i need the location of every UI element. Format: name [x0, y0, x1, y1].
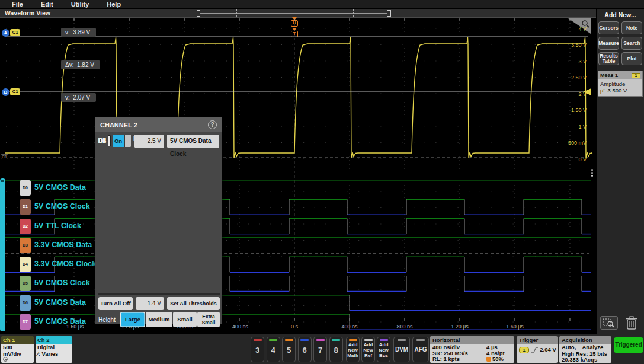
- add-new-button[interactable]: Results Table: [598, 52, 619, 65]
- dialog-header[interactable]: CHANNEL 2 ?: [95, 117, 222, 132]
- set-all-thresholds-button[interactable]: Set All Thresholds: [167, 297, 220, 310]
- digital-bit-badge[interactable]: D6: [20, 295, 31, 311]
- bit-color-chip: [108, 135, 111, 146]
- acquisition-body: Auto, Analyze High Res: 15 bits 20.383 k…: [559, 344, 611, 363]
- trash-button[interactable]: [625, 315, 638, 333]
- help-icon[interactable]: ?: [208, 120, 217, 129]
- acquisition-panel[interactable]: Acquisition Auto, Analyze High Res: 15 b…: [559, 336, 611, 363]
- voltage-tick-label: 0 V: [551, 157, 587, 162]
- dvm-button[interactable]: DVM: [393, 337, 410, 362]
- channel-number: 5: [283, 346, 295, 355]
- minimap-right-bracket[interactable]: [387, 10, 391, 17]
- afg-button[interactable]: AFG: [412, 337, 429, 362]
- add-button[interactable]: Add New Math: [346, 337, 360, 362]
- digital-channel-label: 5V TTL Clock: [34, 222, 81, 230]
- add-new-button[interactable]: Search: [621, 37, 642, 50]
- menu-help[interactable]: Help: [107, 1, 121, 8]
- add-new-heading: Add New...: [597, 11, 644, 18]
- bit-threshold-field[interactable]: 2.5 V: [134, 135, 164, 148]
- turn-all-off-button[interactable]: Turn All Off: [98, 297, 133, 310]
- cursor-delta-readout[interactable]: Δv: 1.82 V: [61, 60, 100, 69]
- ch1-ground-marker[interactable]: C1: [1, 154, 8, 159]
- digital-bit-badge[interactable]: D2: [20, 219, 31, 234]
- digital-bit-badge[interactable]: D1: [20, 199, 31, 215]
- horizontal-panel[interactable]: Horizontal 400 ns/div 4 µs SR: 250 MS/s …: [430, 336, 514, 363]
- digital-bit-badge[interactable]: D3: [20, 238, 31, 253]
- cursor-b-readout[interactable]: v: 2.07 V: [61, 93, 96, 102]
- voltage-tick-label: 3 V: [551, 59, 587, 65]
- all-threshold-field[interactable]: 1.4 V: [136, 297, 164, 310]
- time-tick-label: 800 ns: [387, 324, 422, 330]
- channel-button[interactable]: 8: [329, 337, 343, 362]
- voltage-tick-label: 4 V: [551, 26, 587, 32]
- ch2-badge[interactable]: Ch 2 Digital ∕: Varies: [36, 336, 72, 363]
- cursor-a-source-badge[interactable]: C1: [10, 29, 20, 36]
- menu-file[interactable]: File: [12, 1, 23, 8]
- trigger-level-arrow[interactable]: [583, 88, 591, 95]
- channel-button[interactable]: 4: [267, 337, 280, 362]
- height-large-button[interactable]: Large: [120, 312, 145, 327]
- meas1-source-tag: 1: [632, 73, 640, 78]
- menu-edit[interactable]: Edit: [41, 1, 53, 8]
- acquisition-title: Acquisition: [559, 336, 611, 344]
- meas1-title: Meas 1: [600, 72, 632, 78]
- digital-bit-badge[interactable]: D0: [20, 180, 31, 196]
- bit-label-field[interactable]: 5V CMOS Data: [167, 135, 219, 148]
- channel-button[interactable]: 7: [313, 337, 327, 362]
- cursor-a-badge[interactable]: A: [2, 29, 9, 37]
- digital-bit-badge[interactable]: D7: [20, 314, 31, 330]
- channel-number: 4: [267, 346, 280, 355]
- tab-waveform-view[interactable]: Waveform View: [5, 9, 50, 17]
- digital-channel-label: 3.3V CMOS Data: [34, 241, 92, 249]
- height-small-button[interactable]: Small: [173, 312, 197, 327]
- results-bar: Add New... CursorsNoteMeasureSearchResul…: [596, 9, 644, 334]
- trigger-level: 2.04 V: [540, 346, 556, 353]
- trigger-panel[interactable]: Trigger 1 2.04 V: [517, 336, 558, 363]
- afg-color-bar: [416, 339, 425, 341]
- digital-bit-badge[interactable]: D5: [20, 276, 31, 291]
- digital-channel-label: 5V CMOS Data: [34, 298, 86, 306]
- add-button[interactable]: Add New Ref: [361, 337, 375, 362]
- ch1-coupling-icon: [3, 357, 32, 363]
- bit-on-toggle[interactable]: On: [113, 135, 124, 147]
- triggered-status: Triggered: [614, 337, 643, 353]
- digital-channel-label: 5V CMOS Data: [34, 317, 86, 325]
- add-color-bar: [364, 339, 373, 341]
- digital-bit-badge[interactable]: D4: [20, 257, 31, 272]
- ch1-badge[interactable]: Ch 1 500 mV/div 100 MHz: [1, 336, 34, 363]
- height-extra-small-button[interactable]: Extra Small: [197, 312, 220, 327]
- meas1-badge-panel[interactable]: Meas 1 1 Amplitude µ': 3.500 V: [598, 71, 643, 97]
- oscilloscope-screen: File Edit Utility Help Waveform View U T: [0, 0, 644, 364]
- channel-button[interactable]: 5: [282, 337, 296, 362]
- digital-channel-label: 5V CMOS Clock: [34, 202, 90, 210]
- bit-toggle-knob[interactable]: [124, 135, 131, 147]
- minimap-left-bracket[interactable]: [197, 10, 200, 17]
- channel-number: 6: [299, 346, 311, 355]
- ch1-body: 500 mV/div 100 MHz: [1, 344, 34, 363]
- menu-utility[interactable]: Utility: [71, 1, 89, 8]
- height-medium-button[interactable]: Medium: [146, 312, 172, 327]
- cursor-b-badge[interactable]: B: [2, 88, 9, 96]
- dvm-color-bar: [398, 339, 406, 341]
- trash-icon: [625, 315, 638, 331]
- record-view-minimap[interactable]: [197, 9, 391, 18]
- ch2-threshold: ∕: Varies: [37, 351, 71, 357]
- voltage-tick-label: 500 mV: [551, 140, 587, 146]
- add-button-label: Add New Bus: [377, 342, 390, 358]
- trigger-title: Trigger: [517, 336, 558, 344]
- channel-number: 8: [330, 346, 342, 355]
- zoom-mode-button[interactable]: [600, 316, 618, 330]
- add-new-button[interactable]: Cursors: [598, 21, 619, 34]
- channel-button[interactable]: 3: [251, 337, 264, 362]
- channel-button[interactable]: 6: [298, 337, 312, 362]
- waveform-view[interactable]: Waveform View U T 4 V3.50: [0, 9, 596, 334]
- cursor-a-readout[interactable]: v: 3.89 V: [61, 28, 96, 37]
- add-new-button[interactable]: Measure: [598, 37, 619, 50]
- add-new-button[interactable]: Plot: [621, 52, 642, 65]
- acquisition-mode: Auto, Analyze: [562, 344, 609, 351]
- add-button[interactable]: Add New Bus: [377, 337, 390, 362]
- digital-channel-label: 5V CMOS Clock: [34, 279, 90, 287]
- cursor-b-source-badge[interactable]: C1: [10, 88, 20, 95]
- panel-drag-handle[interactable]: [591, 168, 594, 178]
- add-new-button[interactable]: Note: [621, 21, 642, 34]
